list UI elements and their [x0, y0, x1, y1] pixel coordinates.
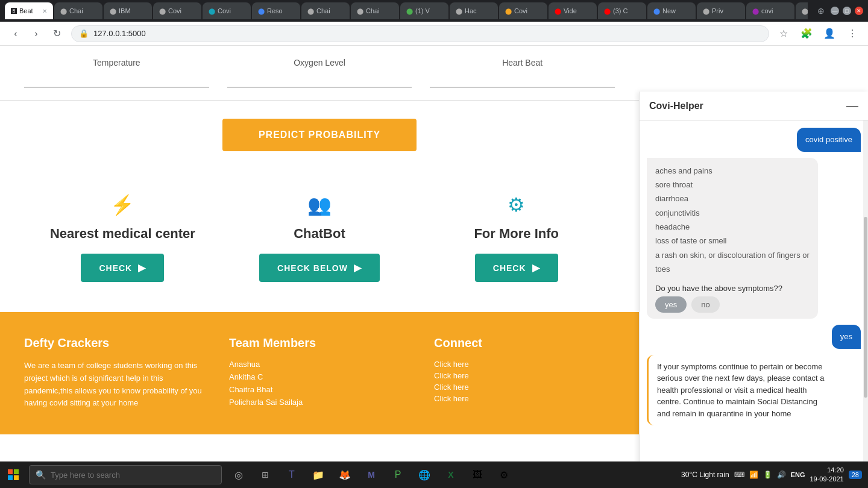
extensions-button[interactable]: ⊕ — [815, 4, 827, 18]
taskbar-icon-settings[interactable]: ⚙ — [492, 461, 516, 488]
footer-brand-desc: We are a team of college students workin… — [24, 360, 205, 410]
chat-scrollbar-thumb[interactable] — [864, 217, 867, 398]
heartbeat-label: Heart Beat — [430, 58, 615, 67]
tab-chai3[interactable]: ⬤ Chai — [351, 2, 399, 19]
footer: Defty Crackers We are a team of college … — [0, 312, 639, 434]
chat-scrollbar — [863, 120, 868, 482]
taskbar-icon-taskview[interactable]: ⊞ — [253, 461, 277, 488]
tab-new2[interactable]: ⬤ New — [796, 2, 808, 19]
tab-ibm[interactable]: ⬤ IBM — [104, 2, 152, 19]
footer-brand-title: Defty Crackers — [24, 336, 205, 350]
medical-card: ⚡ Nearest medical center CHECK ▶ — [24, 181, 221, 294]
taskbar-search-input[interactable] — [51, 471, 207, 480]
back-button[interactable]: ‹ — [7, 25, 24, 42]
oxygen-field[interactable] — [227, 72, 412, 88]
taskbar: 🔍 ◎ ⊞ T 📁 🦊 M P 🌐 X 🖼 — [0, 461, 868, 488]
chat-header: Covi-Helper — — [640, 92, 868, 120]
active-tab[interactable]: 🅱 Beat ✕ — [5, 2, 53, 19]
connect-link-1[interactable]: Click here — [434, 360, 615, 369]
symptom-7: a rash on skin, or discolouration of fin… — [655, 248, 810, 277]
taskbar-icon-teams[interactable]: T — [280, 461, 304, 488]
connect-link-4[interactable]: Click here — [434, 394, 615, 403]
footer-connect-title: Connect — [434, 336, 615, 350]
notification-badge[interactable]: 28 — [849, 471, 862, 479]
tab-close-icon[interactable]: ✕ — [42, 8, 47, 14]
taskbar-search-bar[interactable]: 🔍 — [29, 465, 222, 484]
symptoms-list: aches and pains sore throat diarrhoea co… — [655, 164, 810, 277]
chatbot-check-button[interactable]: CHECK BELOW ▶ — [259, 254, 380, 282]
tab-reso[interactable]: ⬤ Reso — [252, 2, 300, 19]
footer-connect-col: Connect Click here Click here Click here… — [434, 336, 615, 410]
message-symptoms: aches and pains sore throat diarrhoea co… — [647, 158, 818, 319]
taskbar-icon-filemanager[interactable]: 📁 — [306, 461, 330, 488]
tab-covi2[interactable]: ⬤ Covi — [203, 2, 251, 19]
taskbar-search-icon: 🔍 — [36, 470, 46, 480]
taskbar-icon-firefox[interactable]: 🦊 — [333, 461, 357, 488]
temperature-field[interactable] — [24, 72, 209, 88]
forward-button[interactable]: › — [28, 25, 45, 42]
taskbar-right: 30°C Light rain ⌨ 📶 🔋 🔊 ENG 14:20 19-09-… — [681, 466, 868, 484]
close-button[interactable]: ✕ — [855, 7, 863, 15]
chatbot-card-title: ChatBot — [233, 226, 406, 242]
tab-3c[interactable]: ⬤ (3) C — [598, 2, 646, 19]
tab-covi-h[interactable]: ⬤ covi — [746, 2, 794, 19]
heartbeat-field[interactable] — [430, 72, 615, 88]
taskbar-icon-excel[interactable]: X — [439, 461, 463, 488]
taskbar-language: ENG — [791, 471, 805, 478]
tab-chai[interactable]: ⬤ Chai — [54, 2, 102, 19]
tab-priv[interactable]: ⬤ Priv — [697, 2, 745, 19]
photos-icon: 🖼 — [473, 469, 482, 480]
maximize-button[interactable]: □ — [843, 7, 851, 15]
taskview-icon: ⊞ — [262, 470, 269, 480]
member-chaitra: Chaitra Bhat — [229, 385, 410, 394]
more-info-arrow-icon: ▶ — [532, 262, 540, 274]
more-info-card: ⚙ For More Info CHECK ▶ — [418, 181, 615, 294]
taskbar-battery-icon: 🔋 — [763, 471, 772, 479]
chat-title: Covi-Helper — [649, 101, 703, 111]
taskbar-icon-msteams2[interactable]: M — [359, 461, 383, 488]
minimize-button[interactable]: — — [831, 7, 839, 15]
tab-covi1[interactable]: ⬤ Covi — [153, 2, 201, 19]
member-ankitha: Ankitha C — [229, 372, 410, 381]
taskbar-volume-icon: 🔊 — [777, 471, 786, 479]
tab-hac[interactable]: ⬤ Hac — [450, 2, 498, 19]
tab-vide[interactable]: ⬤ Vide — [549, 2, 597, 19]
tab-chai2[interactable]: ⬤ Chai — [301, 2, 350, 19]
main-content: Temperature Oxygen Level Heart Beat PRED… — [0, 46, 639, 488]
medical-check-button[interactable]: CHECK ▶ — [81, 254, 164, 282]
more-info-check-button[interactable]: CHECK ▶ — [475, 254, 558, 282]
message-yes-answer: yes — [832, 325, 861, 349]
tab-covi3[interactable]: ⬤ Covi — [499, 2, 547, 19]
url-bar[interactable]: 🔒 127.0.0.1:5000 — [71, 25, 769, 42]
taskbar-icon-chrome[interactable]: 🌐 — [412, 461, 436, 488]
profile-button[interactable]: 👤 — [821, 25, 838, 42]
yes-no-buttons: yes no — [655, 296, 810, 313]
extensions-menu-button[interactable]: 🧩 — [798, 25, 815, 42]
taskbar-icon-cortana[interactable]: ◎ — [227, 461, 251, 488]
reload-button[interactable]: ↻ — [48, 25, 65, 42]
connect-link-3[interactable]: Click here — [434, 383, 615, 392]
svg-rect-0 — [8, 469, 13, 474]
yes-button[interactable]: yes — [655, 296, 687, 313]
url-text: 127.0.0.1:5000 — [93, 29, 146, 38]
check-arrow-icon: ▶ — [138, 262, 146, 274]
check-below-arrow-icon: ▶ — [354, 262, 362, 274]
pycharm-icon: P — [395, 469, 401, 480]
no-button[interactable]: no — [691, 296, 719, 313]
bot-question: Do you have the above symptoms?? — [655, 283, 810, 295]
bookmark-button[interactable]: ☆ — [775, 25, 792, 42]
predict-button[interactable]: PREDICT PROBABILITY — [222, 119, 417, 151]
start-button[interactable] — [0, 461, 27, 488]
symptom-1: aches and pains — [655, 164, 810, 178]
symptom-4: conjunctivitis — [655, 206, 810, 220]
tab-v[interactable]: ⬤ (1) V — [400, 2, 448, 19]
taskbar-icon-photos[interactable]: 🖼 — [465, 461, 489, 488]
tab-new1[interactable]: ⬤ New — [647, 2, 696, 19]
chat-close-button[interactable]: — — [846, 99, 858, 113]
connect-link-2[interactable]: Click here — [434, 371, 615, 380]
footer-team-title: Team Members — [229, 336, 410, 350]
symptom-3: diarrhoea — [655, 192, 810, 205]
taskbar-icon-pycharm[interactable]: P — [386, 461, 410, 488]
settings-button[interactable]: ⋮ — [844, 25, 861, 42]
more-info-check-label: CHECK — [493, 263, 526, 273]
